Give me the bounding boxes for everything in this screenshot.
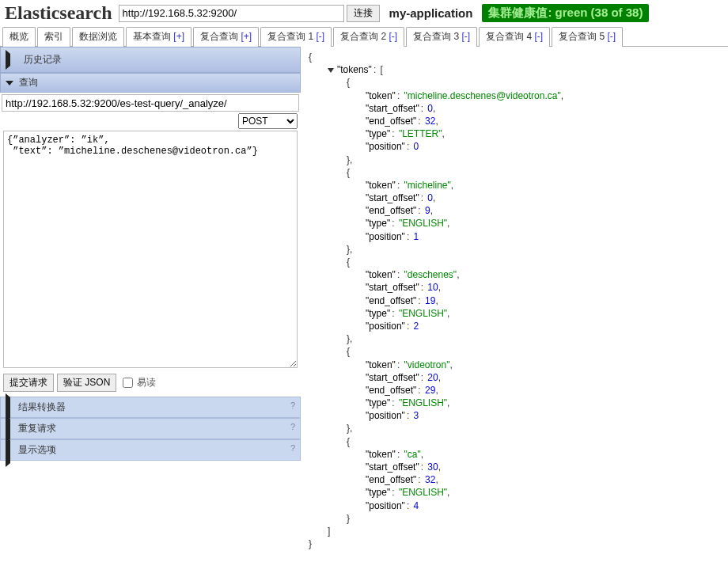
tab[interactable]: 数据浏览 (72, 27, 124, 47)
readable-checkbox-label[interactable]: 易读 (119, 375, 156, 390)
help-icon[interactable]: ? (290, 443, 295, 453)
json-result-panel: {"tokens": [{"token": "micheline.deschen… (301, 47, 728, 558)
tab[interactable]: 复合查询 2 [-] (333, 27, 404, 47)
repeat-request-label: 重复请求 (18, 423, 56, 434)
history-section-header[interactable]: 历史记录 (0, 47, 301, 73)
tab-suffix: [-] (389, 31, 397, 42)
cluster-health-badge: 集群健康值: green (38 of 38) (482, 4, 649, 22)
display-options-label: 显示选项 (18, 444, 56, 455)
request-body-textarea[interactable] (3, 131, 298, 368)
tab-suffix: [-] (534, 31, 543, 42)
connection-url-input[interactable] (119, 5, 344, 22)
help-icon[interactable]: ? (290, 422, 295, 431)
chevron-down-icon[interactable] (328, 68, 334, 73)
tab-suffix: [+] (173, 31, 184, 42)
query-section-header[interactable]: 查询 (0, 73, 301, 93)
chevron-right-icon (6, 436, 18, 467)
query-label: 查询 (19, 77, 38, 88)
connect-button[interactable]: 连接 (347, 5, 380, 22)
main-tabs: 概览 索引 数据浏览 基本查询 [+]复合查询 [+]复合查询 1 [-]复合查… (0, 26, 728, 47)
chevron-down-icon (6, 81, 13, 85)
readable-checkbox[interactable] (123, 378, 133, 388)
display-options-section[interactable]: 显示选项 ? (0, 439, 301, 461)
repeat-request-section[interactable]: 重复请求 ? (0, 418, 301, 439)
tab-suffix: [-] (316, 31, 324, 42)
result-transform-label: 结果转换器 (18, 401, 66, 412)
submit-button[interactable]: 提交请求 (3, 374, 54, 392)
tab[interactable]: 复合查询 3 [-] (406, 27, 477, 47)
tab[interactable]: 基本查询 [+] (126, 27, 191, 47)
tab-suffix: [+] (241, 31, 252, 42)
tab[interactable]: 复合查询 5 [-] (552, 27, 623, 47)
tab-suffix: [-] (461, 31, 470, 42)
http-method-select[interactable]: POST (238, 113, 298, 129)
result-transform-section[interactable]: 结果转换器 ? (0, 397, 301, 418)
tab[interactable]: 概览 (2, 27, 36, 47)
tab[interactable]: 复合查询 [+] (193, 27, 259, 47)
validate-json-button[interactable]: 验证 JSON (57, 374, 116, 392)
help-icon[interactable]: ? (290, 401, 295, 410)
tab[interactable]: 复合查询 1 [-] (260, 27, 332, 47)
cluster-name: my-application (380, 6, 483, 20)
app-logo: Elasticsearch (2, 2, 119, 24)
tab[interactable]: 索引 (37, 27, 70, 47)
history-label: 历史记录 (24, 54, 62, 65)
tab[interactable]: 复合查询 4 [-] (479, 27, 550, 47)
tab-suffix: [-] (607, 31, 616, 42)
chevron-right-icon (6, 50, 18, 70)
request-url-input[interactable] (2, 94, 299, 112)
